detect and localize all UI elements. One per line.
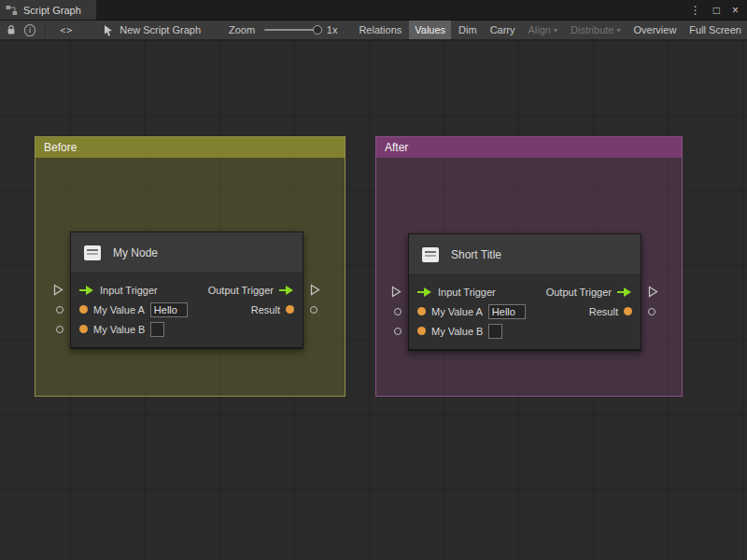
align-label: Align — [529, 24, 551, 35]
port-row: My Value B — [409, 321, 641, 341]
value-a-port[interactable]: My Value A — [417, 304, 526, 319]
node-short-title[interactable]: Short Title Input Trigger Output Trigger — [408, 233, 641, 351]
port-label: My Value B — [431, 326, 483, 337]
result-port[interactable]: Result — [589, 306, 632, 317]
fullscreen-button[interactable]: Full Screen — [684, 21, 747, 40]
node-header[interactable]: Short Title — [409, 234, 641, 275]
close-icon[interactable]: × — [732, 4, 739, 17]
flow-arrow-icon — [279, 286, 294, 295]
hollow-triangle-icon — [53, 284, 63, 296]
lock-icon — [7, 24, 16, 35]
port-row: Input Trigger Output Trigger — [71, 280, 303, 300]
hollow-circle-icon — [394, 328, 402, 335]
port-label: My Value A — [431, 306, 483, 317]
port-label: Output Trigger — [208, 285, 274, 296]
distribute-label: Distribute — [571, 24, 613, 35]
flow-arrow-icon — [617, 287, 632, 297]
node-title: My Node — [113, 246, 158, 259]
graph-cursor-icon — [103, 24, 114, 36]
chevron-down-icon: ▾ — [554, 26, 557, 35]
value-b-port[interactable]: My Value B — [417, 324, 502, 339]
hollow-circle-icon — [56, 306, 63, 314]
graph-toolbar: i <> New Script Graph Zoom 1x Relations … — [0, 21, 747, 40]
result-port[interactable]: Result — [251, 304, 294, 315]
input-trigger-port[interactable]: Input Trigger — [79, 285, 158, 296]
value-port-icon[interactable] — [417, 307, 426, 315]
group-after-header[interactable]: After — [376, 137, 682, 158]
maximize-icon[interactable]: □ — [713, 4, 720, 17]
hollow-triangle-icon — [310, 284, 320, 296]
tab-script-graph[interactable]: Script Graph — [0, 0, 96, 20]
edge-result-connector[interactable] — [648, 308, 655, 315]
edge-output-trigger-connector[interactable] — [648, 286, 658, 298]
lock-button[interactable] — [7, 24, 16, 35]
tab-label: Script Graph — [23, 5, 81, 16]
info-button[interactable]: i — [24, 24, 35, 36]
code-icon: <> — [60, 25, 73, 35]
graph-canvas[interactable]: Before After My Node — [0, 40, 747, 560]
edge-value-a-connector[interactable] — [394, 308, 402, 315]
graph-name-label: New Script Graph — [120, 24, 201, 35]
code-preview-button[interactable]: <> — [60, 25, 73, 35]
edge-input-trigger-connector[interactable] — [391, 286, 402, 298]
port-label: My Value A — [93, 304, 145, 315]
flow-arrow-icon — [417, 287, 432, 297]
value-port-icon[interactable] — [79, 325, 88, 333]
port-label: Result — [251, 304, 280, 315]
node-body: Input Trigger Output Trigger My Value A — [71, 273, 303, 347]
script-graph-icon — [6, 5, 18, 16]
hollow-circle-icon — [648, 308, 655, 315]
value-a-port[interactable]: My Value A — [79, 302, 188, 317]
port-row: My Value B — [71, 319, 303, 339]
input-trigger-port[interactable]: Input Trigger — [417, 287, 496, 298]
group-before-header[interactable]: Before — [35, 137, 345, 158]
carry-button[interactable]: Carry — [485, 21, 521, 40]
edge-value-b-connector[interactable] — [56, 326, 63, 333]
value-port-icon[interactable] — [79, 305, 88, 314]
output-trigger-port[interactable]: Output Trigger — [546, 287, 632, 298]
value-port-icon[interactable] — [417, 327, 426, 335]
edge-input-trigger-connector[interactable] — [53, 284, 63, 296]
edge-value-a-connector[interactable] — [56, 306, 63, 314]
port-label: Output Trigger — [546, 287, 612, 298]
output-trigger-port[interactable]: Output Trigger — [208, 285, 294, 296]
values-button[interactable]: Values — [409, 21, 451, 40]
edge-result-connector[interactable] — [310, 306, 317, 314]
value-b-port[interactable]: My Value B — [79, 322, 164, 337]
value-a-input[interactable] — [150, 302, 188, 317]
zoom-label: Zoom — [229, 24, 255, 35]
port-label: Result — [589, 306, 618, 317]
chevron-down-icon: ▾ — [616, 26, 620, 35]
port-label: Input Trigger — [100, 285, 158, 296]
zoom-slider-knob[interactable] — [313, 25, 322, 35]
unit-icon — [420, 245, 441, 265]
value-port-icon[interactable] — [624, 307, 632, 315]
hollow-triangle-icon — [648, 286, 658, 298]
node-my-node[interactable]: My Node Input Trigger Output Trigger — [70, 231, 303, 349]
node-header[interactable]: My Node — [71, 232, 303, 273]
unit-icon — [82, 243, 103, 263]
edge-output-trigger-connector[interactable] — [310, 284, 320, 296]
distribute-button[interactable]: Distribute ▾ — [565, 21, 626, 40]
dim-button[interactable]: Dim — [453, 21, 483, 40]
value-b-input[interactable] — [150, 322, 164, 337]
value-a-input[interactable] — [488, 304, 526, 319]
node-body: Input Trigger Output Trigger My Value A — [409, 275, 641, 349]
hollow-circle-icon — [394, 308, 402, 315]
overview-button[interactable]: Overview — [628, 21, 683, 40]
zoom-slider[interactable] — [264, 29, 318, 31]
edge-value-b-connector[interactable] — [394, 328, 402, 335]
port-row: Input Trigger Output Trigger — [409, 282, 641, 301]
align-button[interactable]: Align ▾ — [523, 21, 563, 40]
flow-arrow-icon — [79, 286, 94, 295]
value-b-input[interactable] — [488, 324, 502, 339]
graph-breadcrumb[interactable]: New Script Graph — [103, 24, 201, 36]
title-bar: Script Graph ⋮ □ × — [0, 0, 747, 21]
value-port-icon[interactable] — [286, 305, 294, 314]
hollow-triangle-icon — [391, 286, 402, 298]
window-controls: ⋮ □ × — [690, 0, 747, 20]
script-graph-window: Script Graph ⋮ □ × i <> New Script Graph — [0, 0, 747, 560]
window-menu-icon[interactable]: ⋮ — [690, 4, 701, 17]
port-label: My Value B — [93, 324, 145, 335]
relations-button[interactable]: Relations — [353, 21, 407, 40]
